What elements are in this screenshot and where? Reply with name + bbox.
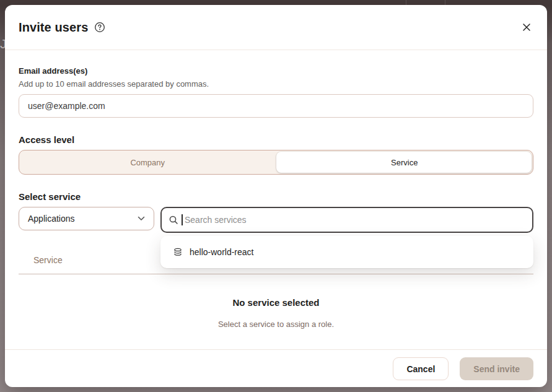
stack-icon [173,247,183,257]
access-level-label: Access level [19,134,533,145]
table-divider [19,274,533,274]
service-category-value: Applications [28,214,75,224]
send-invite-button[interactable]: Send invite [460,357,533,380]
empty-state-subtitle: Select a service to assign a role. [19,320,533,329]
email-helper-text: Add up to 10 email addresses separated b… [19,79,533,89]
dialog-header: Invite users [5,5,547,50]
service-search-input[interactable] [160,207,533,233]
close-icon [522,23,531,32]
cancel-button[interactable]: Cancel [393,357,449,380]
invite-users-dialog: Invite users Email add [5,5,547,387]
service-search-combobox: hello-world-react [160,207,533,233]
background-page-text-fragment: J [0,36,5,54]
dialog-title: Invite users [19,20,88,35]
help-icon [94,22,105,33]
search-result-name: hello-world-react [190,247,253,257]
empty-state-title: No service selected [19,297,533,308]
select-service-label: Select service [19,191,533,202]
service-category-select[interactable]: Applications [19,207,154,230]
text-caret [182,214,183,225]
select-service-row: Applications [19,207,533,233]
search-result-item[interactable]: hello-world-react [160,238,533,266]
help-button[interactable] [94,22,105,33]
search-results-dropdown: hello-world-react [160,236,533,268]
segment-service[interactable]: Service [276,150,533,174]
screen: J Invite users [0,0,552,392]
email-input[interactable] [19,94,533,118]
segment-company[interactable]: Company [19,150,276,174]
email-label: Email address(es) [19,66,533,76]
close-button[interactable] [520,20,533,34]
chevron-down-icon [138,216,145,221]
dialog-footer: Cancel Send invite [5,349,547,387]
access-level-segmented-control: Company Service [19,150,533,175]
dialog-body: Email address(es) Add up to 10 email add… [5,50,547,349]
